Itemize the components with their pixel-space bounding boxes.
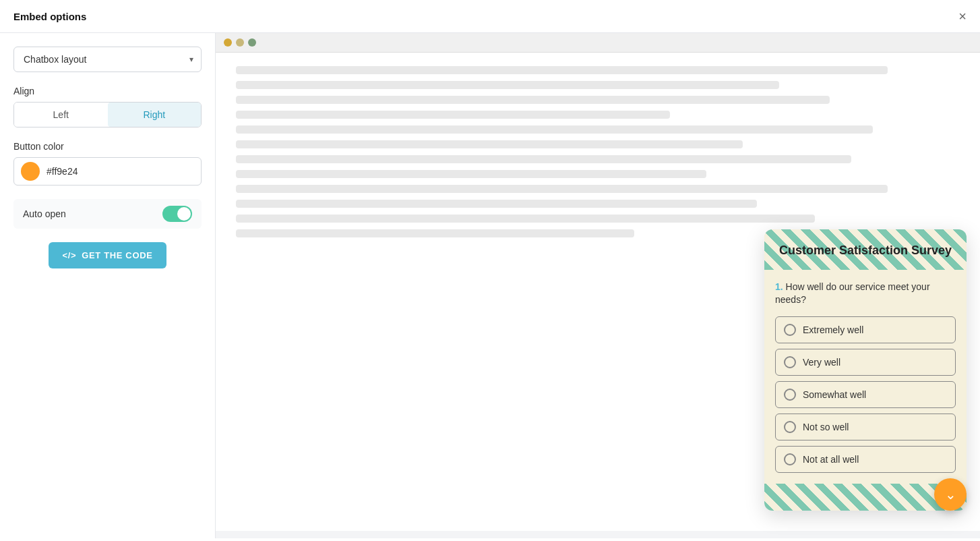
survey-question: 1. How well do our service meet your nee… [775, 281, 956, 307]
toggle-track [162, 206, 192, 222]
option-label: Very well [803, 357, 840, 368]
survey-option-not-at-all-well[interactable]: Not at all well [775, 446, 956, 473]
browser-mock-bar [216, 33, 980, 53]
survey-header: Customer Satisfaction Survey [764, 229, 967, 269]
layout-dropdown[interactable]: Chatbox layoutPopup layoutInline layout [13, 47, 202, 72]
radio-extremely-well [784, 324, 796, 336]
browser-dot-orange [224, 38, 232, 47]
code-icon: </> [62, 250, 76, 260]
button-color-section: Button color [13, 141, 202, 186]
radio-somewhat-well [784, 389, 796, 401]
content-line [236, 66, 888, 74]
color-swatch[interactable] [21, 162, 40, 181]
chevron-down-icon: ⌄ [945, 486, 956, 503]
content-line [236, 170, 706, 178]
option-label: Not so well [803, 422, 849, 432]
survey-body: 1. How well do our service meet your nee… [764, 270, 967, 484]
close-button[interactable]: × [958, 9, 967, 23]
auto-open-toggle[interactable] [162, 206, 192, 222]
content-line [236, 200, 757, 208]
get-code-button[interactable]: </> GET THE CODE [49, 242, 166, 268]
main-layout: Chatbox layoutPopup layoutInline layout … [0, 33, 980, 538]
survey-option-extremely-well[interactable]: Extremely well [775, 316, 956, 343]
option-label: Not at all well [803, 454, 859, 465]
get-code-label: GET THE CODE [82, 250, 152, 260]
question-text: How well do our service meet your needs? [775, 281, 930, 306]
survey-title: Customer Satisfaction Survey [775, 243, 956, 258]
browser-dot-green [248, 38, 256, 47]
content-line [236, 96, 830, 104]
align-section: Align Left Right [13, 86, 202, 127]
header: Embed options × [0, 0, 980, 33]
content-line [236, 229, 634, 237]
button-color-label: Button color [13, 141, 202, 152]
right-panel: Customer Satisfaction Survey 1. How well… [216, 33, 980, 538]
radio-very-well [784, 356, 796, 368]
left-panel: Chatbox layoutPopup layoutInline layout … [0, 33, 216, 538]
align-label: Align [13, 86, 202, 96]
color-text-input[interactable] [47, 166, 194, 177]
layout-dropdown-wrapper: Chatbox layoutPopup layoutInline layout … [13, 47, 202, 72]
align-left-button[interactable]: Left [14, 103, 108, 127]
content-line [236, 81, 779, 89]
page-title: Embed options [13, 11, 86, 22]
radio-not-at-all-well [784, 453, 796, 465]
content-line [236, 155, 851, 163]
auto-open-label: Auto open [23, 208, 66, 219]
option-label: Somewhat well [803, 389, 866, 400]
auto-open-section: Auto open [13, 199, 202, 229]
survey-options: Extremely well Very well Somewhat well [775, 316, 956, 473]
page-content: Customer Satisfaction Survey 1. How well… [216, 53, 980, 531]
content-line [236, 215, 815, 223]
survey-option-very-well[interactable]: Very well [775, 349, 956, 376]
color-input-row [13, 157, 202, 186]
content-line [236, 111, 670, 119]
float-chat-button[interactable]: ⌄ [934, 478, 967, 511]
content-line [236, 185, 888, 193]
content-line [236, 125, 873, 134]
survey-option-not-so-well[interactable]: Not so well [775, 414, 956, 440]
align-toggle-group: Left Right [13, 102, 202, 127]
survey-widget: Customer Satisfaction Survey 1. How well… [764, 229, 967, 511]
align-right-button[interactable]: Right [108, 103, 202, 127]
browser-dot-yellow [236, 38, 244, 47]
survey-option-somewhat-well[interactable]: Somewhat well [775, 381, 956, 408]
question-number: 1. [775, 281, 783, 292]
toggle-thumb [177, 207, 191, 221]
content-line [236, 140, 743, 148]
option-label: Extremely well [803, 324, 863, 335]
radio-not-so-well [784, 421, 796, 433]
